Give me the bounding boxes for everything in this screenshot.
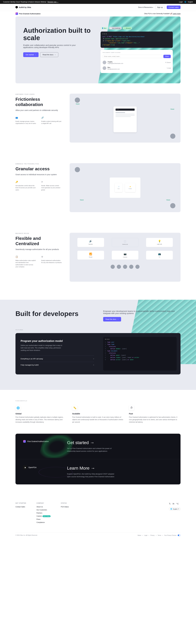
brand-logo[interactable]: Auth0 by Okta — [16, 6, 31, 9]
fast-icon: ⏱ — [129, 405, 134, 410]
dev-docs-button[interactable]: Read the docs → — [103, 317, 121, 322]
openfga-icon: ◑ — [23, 466, 27, 469]
sub-nav: Fine Grained Authorization Okta FGA is n… — [0, 11, 196, 16]
fund-scalable: 📏 Scalable Fine Grained Authorization is… — [72, 405, 124, 424]
press-link[interactable]: Press — [37, 518, 51, 520]
top-nav: Auth0 by Okta Docs & Resources Sign up C… — [0, 4, 196, 11]
contact-sales-button[interactable]: Contact sales — [167, 6, 180, 9]
privacy-choices-link[interactable]: Your Privacy Choices — [164, 535, 176, 536]
cta-get-started: Get started — [67, 440, 173, 445]
eyebrow: Embrace The Possibilities — [16, 163, 62, 164]
read-docs-button[interactable]: Read the docs → — [40, 52, 58, 57]
iot-tv: 📺TV — [146, 251, 173, 260]
feature-title: Flexible and Centralized — [16, 236, 62, 246]
dev-card: Program your authorization model Define … — [16, 333, 180, 374]
banner-register-link[interactable]: Register now → — [48, 1, 58, 3]
users-icon: 👥 — [16, 116, 18, 119]
cta-learn-more: Learn More — [67, 466, 173, 471]
diagram-collab: Owner Viewer — [70, 94, 180, 142]
fga-status-link[interactable]: FGA Status — [61, 506, 69, 508]
get-started-button[interactable]: Get started → — [23, 52, 39, 57]
user-row: Angelaangela@techteamawe.com ✎ Owner — [103, 60, 171, 65]
customers-link[interactable]: Our Customers — [37, 509, 51, 511]
iot-avatars — [75, 265, 175, 269]
global-icon: 🌐 — [16, 405, 21, 410]
features-label: Features — [16, 329, 180, 330]
role-owner[interactable]: ✎ Owner — [165, 62, 171, 63]
share-icon: 🔗 — [41, 116, 44, 119]
role-edit[interactable]: ✎ Edit — [167, 67, 171, 69]
diagram-iot: 🔊Speaker ⬚Device set 💡Light bulb 📶Router… — [70, 233, 180, 282]
login-link[interactable]: Login — [179, 1, 183, 3]
document-icon — [113, 106, 137, 132]
signup-button[interactable]: Sign up — [155, 6, 165, 9]
iot-light: 💡Light bulb — [146, 238, 173, 247]
careers-link[interactable]: CareersWe're hiring! — [37, 515, 51, 517]
footer-company: Company About Us Our Customers Partners … — [37, 502, 51, 524]
search-input[interactable]: Enter name, email, team… — [103, 55, 162, 58]
avatar-icon — [111, 265, 115, 269]
promo-banner: Customer Identity Cloud: Roadmap & featu… — [0, 0, 196, 4]
legal-link[interactable]: Legal — [144, 535, 147, 536]
compliance-link[interactable]: Compliance — [37, 522, 51, 523]
terms-link[interactable]: Terms — [158, 535, 161, 536]
iot-speaker: 🔊Speaker — [77, 238, 104, 247]
cta-fga[interactable]: Fine Grained Authorization Get started S… — [16, 434, 180, 459]
brand-text: Auth0 by Okta — [19, 6, 31, 8]
feature-desc: Allow your users and partners to collabo… — [16, 109, 62, 111]
folder-group: 📄Doc 📁Folder — [110, 177, 140, 198]
fga-icon — [16, 12, 18, 15]
partners-link[interactable]: Partners — [37, 512, 51, 514]
implement-icon: ⚙ — [41, 256, 44, 258]
status-link[interactable]: Status — [137, 535, 141, 536]
avatar-viewer — [170, 134, 175, 139]
rules-icon: 📋 — [16, 256, 18, 258]
dev-card-desc: Define your authorization model in a lan… — [21, 344, 65, 352]
subnav-announcement: Okta FGA is now Generally Available! 🚀 L… — [144, 13, 180, 14]
pill-user: Ben — [101, 27, 108, 30]
footer: Get Started Contact Sales Company About … — [0, 495, 196, 539]
avatar-viewer — [170, 203, 175, 208]
contact-sales-link[interactable]: Contact Sales — [16, 506, 26, 508]
iot-device-set: ⬚Device set — [112, 238, 138, 247]
avatar-owner — [75, 98, 80, 103]
access-title: DOCUMENT USER ACCESS — [103, 52, 171, 53]
developers-section: Built for developers Empower your develo… — [0, 300, 196, 390]
iot-router: 📶Router — [77, 251, 104, 260]
cta-block: Fine Grained Authorization Get started S… — [16, 434, 180, 484]
hiring-badge: We're hiring! — [43, 515, 51, 517]
diagram-granular: Owner 📄Doc 📁Folder Viewer — [70, 163, 180, 212]
accordion-api[interactable]: Everything is an API call away — [21, 356, 94, 362]
footer-status: Status FGA Status — [61, 502, 69, 524]
folder-card: 📁Folder — [125, 183, 135, 192]
pill-doc: doc:roadmap — [109, 27, 122, 30]
avatar-icon — [117, 265, 121, 269]
privacy-link[interactable]: Privacy — [150, 535, 155, 536]
accordion-managed[interactable]: Fully managed by Auth0 — [21, 362, 94, 368]
feature-collaboration: Empower Your Users Frictionless collabor… — [0, 83, 196, 153]
footer-get-started: Get Started Contact Sales — [16, 502, 26, 524]
pill-row: Ben doc:roadmap Allowed — [101, 27, 173, 30]
avatar-icon — [103, 66, 106, 70]
feature-granular: Embrace The Possibilities Granular acces… — [0, 153, 196, 222]
about-link[interactable]: About Us — [37, 506, 51, 508]
fga-icon — [23, 440, 26, 443]
linkedin-icon[interactable]: in — [173, 502, 174, 505]
dev-title: Built for developers — [16, 310, 93, 322]
language-selector[interactable]: 🌐 English ▾ — [169, 508, 180, 510]
code-window: 1type user 2type team 3 relations 4 defi… — [103, 337, 177, 370]
github-icon[interactable]: ⌥ — [176, 502, 178, 505]
hero-subtitle: Enable user collaboration and granular a… — [23, 44, 77, 48]
avatar-icon — [129, 265, 133, 269]
share-button[interactable]: Share — [163, 55, 171, 58]
hero-section: Authorization built to scale Enable user… — [16, 16, 180, 83]
globe-icon: 🌐 — [184, 1, 186, 3]
learn-more-link[interactable]: Learn more — [173, 13, 180, 14]
docs-dropdown[interactable]: Docs & Resources — [138, 6, 153, 8]
avatar-icon — [135, 265, 139, 269]
twitter-icon[interactable]: 𝕏 — [169, 502, 171, 505]
lang-label[interactable]: English — [188, 1, 193, 3]
dev-card-title: Program your authorization model — [21, 340, 94, 342]
cta-openfga[interactable]: ◑ OpenFGA Learn More Explore OpenFGA, th… — [16, 459, 180, 484]
avatar-icon — [103, 61, 106, 64]
